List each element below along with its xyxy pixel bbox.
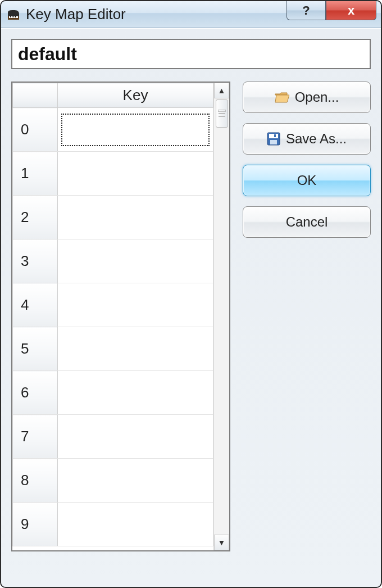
piano-icon (7, 8, 20, 21)
row-index[interactable]: 7 (13, 415, 58, 459)
key-table-viewport: Key 0 1 (12, 83, 213, 550)
table-row[interactable]: 9 (13, 503, 213, 546)
chevron-down-icon: ▼ (218, 538, 226, 547)
row-index[interactable]: 3 (13, 239, 58, 283)
key-map-editor-window: Key Map Editor ? x Key (0, 0, 382, 588)
svg-rect-9 (274, 134, 276, 137)
close-icon: x (348, 3, 354, 18)
titlebar-buttons: ? x (286, 1, 381, 28)
key-cell[interactable] (58, 415, 213, 459)
key-cell[interactable] (58, 459, 213, 503)
folder-open-icon (275, 91, 289, 103)
svg-rect-4 (13, 16, 14, 17)
table-row[interactable]: 3 (13, 239, 213, 283)
table-row[interactable]: 4 (13, 283, 213, 327)
row-index[interactable]: 9 (13, 503, 58, 546)
save-as-button[interactable]: Save As... (243, 123, 371, 155)
key-cell[interactable] (58, 327, 213, 371)
key-table[interactable]: Key 0 1 (11, 82, 230, 551)
row-index[interactable]: 6 (13, 371, 58, 415)
scroll-down-button[interactable]: ▼ (214, 535, 229, 550)
table-row[interactable]: 5 (13, 327, 213, 371)
table-row[interactable]: 7 (13, 415, 213, 459)
key-cell[interactable] (58, 503, 213, 546)
close-button[interactable]: x (326, 1, 376, 20)
svg-rect-8 (270, 140, 277, 144)
open-button[interactable]: Open... (243, 82, 371, 113)
row-index[interactable]: 5 (13, 327, 58, 371)
table-row[interactable]: 8 (13, 459, 213, 503)
open-button-label: Open... (295, 89, 339, 105)
rownum-header[interactable] (13, 83, 58, 108)
table-row[interactable]: 0 (13, 108, 213, 152)
save-as-button-label: Save As... (286, 131, 347, 147)
row-index[interactable]: 0 (13, 108, 58, 152)
titlebar[interactable]: Key Map Editor ? x (1, 1, 381, 28)
cancel-button-label: Cancel (286, 214, 328, 230)
key-cell[interactable] (58, 108, 213, 152)
vertical-scrollbar[interactable]: ▲ ▼ (213, 83, 229, 550)
key-cell[interactable] (58, 283, 213, 327)
map-name-input[interactable] (11, 39, 371, 69)
cancel-button[interactable]: Cancel (243, 206, 371, 238)
key-cell[interactable] (58, 152, 213, 196)
window-title: Key Map Editor (26, 6, 286, 23)
key-cell[interactable] (58, 239, 213, 283)
table-row[interactable]: 6 (13, 371, 213, 415)
row-index[interactable]: 1 (13, 152, 58, 196)
client-area: Key 0 1 (1, 28, 381, 587)
svg-rect-2 (10, 16, 11, 17)
key-cell[interactable] (58, 196, 213, 239)
help-icon: ? (302, 3, 310, 18)
ok-button[interactable]: OK (243, 165, 371, 196)
svg-rect-7 (269, 134, 278, 138)
row-index[interactable]: 8 (13, 459, 58, 503)
body-row: Key 0 1 (11, 82, 371, 551)
svg-rect-5 (15, 16, 16, 17)
key-column-header[interactable]: Key (58, 83, 213, 108)
svg-rect-3 (12, 16, 12, 17)
chevron-up-icon: ▲ (218, 86, 226, 95)
key-cell[interactable] (58, 371, 213, 415)
ok-button-label: OK (297, 173, 317, 188)
scroll-thumb[interactable] (216, 99, 228, 128)
table-row[interactable]: 1 (13, 152, 213, 196)
help-button[interactable]: ? (286, 1, 326, 20)
scroll-up-button[interactable]: ▲ (214, 83, 229, 98)
selected-cell-editor[interactable] (61, 114, 210, 146)
button-column: Open... Save As... OK (243, 82, 371, 551)
row-index[interactable]: 2 (13, 196, 58, 239)
table-row[interactable]: 2 (13, 196, 213, 239)
floppy-save-icon (267, 132, 280, 146)
row-index[interactable]: 4 (13, 283, 58, 327)
